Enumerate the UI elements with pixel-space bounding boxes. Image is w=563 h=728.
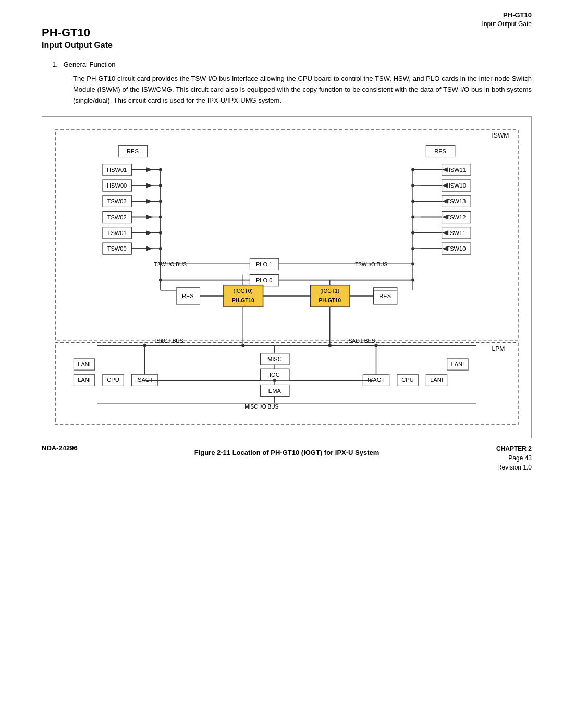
svg-point-69 bbox=[411, 216, 414, 219]
iswm-label: ISWM bbox=[492, 132, 509, 140]
isagt-bus-right-label: ISAGT BUS bbox=[347, 338, 375, 344]
svg-point-60 bbox=[159, 168, 162, 171]
iogt1-top: (IOGT1) bbox=[320, 288, 339, 294]
svg-point-61 bbox=[159, 184, 162, 187]
lani-bottom-left-label: LANI bbox=[78, 377, 91, 384]
cpu-right-label: CPU bbox=[401, 377, 413, 384]
svg-point-65 bbox=[159, 247, 162, 250]
hsw01-label: HSW01 bbox=[107, 167, 127, 173]
svg-point-101 bbox=[374, 344, 377, 347]
res-left-lower: RES bbox=[182, 293, 194, 299]
tsw11-label: TSW11 bbox=[446, 230, 466, 236]
tsw13-label: TSW13 bbox=[446, 199, 466, 205]
svg-point-63 bbox=[159, 216, 162, 219]
footer-doc-number: NDA-24296 bbox=[42, 444, 78, 472]
svg-point-88 bbox=[241, 344, 244, 347]
tsw02-label: TSW02 bbox=[107, 214, 127, 220]
isagt-right-label: ISAGT bbox=[368, 377, 385, 384]
svg-point-75 bbox=[411, 279, 414, 282]
svg-point-71 bbox=[411, 247, 414, 250]
svg-point-64 bbox=[159, 231, 162, 235]
hsw10-label: HSW10 bbox=[446, 182, 466, 189]
doc-title-sub: Input Output Gate bbox=[42, 41, 532, 50]
ema-label: EMA bbox=[268, 388, 282, 394]
section-number: 1. General Function bbox=[52, 60, 532, 68]
tsw12-label: TSW12 bbox=[446, 214, 466, 220]
svg-point-68 bbox=[411, 200, 414, 203]
lani-bottom-right-label: LANI bbox=[430, 377, 443, 384]
lani-top-right-label: LANI bbox=[451, 361, 464, 367]
tsw03-label: TSW03 bbox=[107, 199, 127, 205]
page-footer: NDA-24296 CHAPTER 2 Page 43 Revision 1.0 bbox=[0, 444, 563, 472]
svg-point-67 bbox=[411, 184, 414, 187]
res-left-label: RES bbox=[127, 149, 139, 155]
hsw11-label: HSW11 bbox=[446, 167, 466, 173]
footer-page-info: CHAPTER 2 Page 43 Revision 1.0 bbox=[496, 444, 532, 472]
header-subtitle: Input Output Gate bbox=[482, 20, 532, 29]
tsw-bus-right-label: TSW I/O BUS bbox=[355, 262, 387, 268]
diagram-container: ISWM LPM RES HSW01 HSW00 TSW03 T bbox=[42, 116, 532, 438]
footer-page: Page 43 bbox=[496, 453, 532, 463]
tsw-bus-left-label: TSW I/O BUS bbox=[154, 262, 187, 268]
iogt0-top: (IOGT0) bbox=[234, 288, 253, 294]
iogt0-bottom: PH-GT10 bbox=[232, 298, 254, 303]
svg-point-73 bbox=[159, 279, 162, 282]
cpu-left-label: CPU bbox=[107, 377, 119, 384]
plo1-label: PLO 1 bbox=[256, 262, 272, 268]
isagt-left-label: ISAGT bbox=[136, 377, 153, 384]
res-right-label: RES bbox=[434, 149, 446, 155]
footer-revision: Revision 1.0 bbox=[496, 463, 532, 472]
svg-point-66 bbox=[411, 168, 414, 171]
plo0-label: PLO 0 bbox=[256, 277, 272, 283]
tsw10-label: TSW10 bbox=[446, 246, 466, 252]
page-header: PH-GT10 Input Output Gate bbox=[482, 10, 532, 29]
doc-title: PH-GT10 Input Output Gate bbox=[42, 26, 532, 50]
svg-point-95 bbox=[143, 344, 146, 347]
circuit-diagram: ISWM LPM RES HSW01 HSW00 TSW03 T bbox=[50, 125, 523, 429]
misc-label: MISC bbox=[267, 356, 282, 362]
lani-top-left-label: LANI bbox=[78, 361, 91, 367]
res-right-lower: RES bbox=[379, 293, 391, 299]
svg-point-104 bbox=[273, 379, 276, 382]
hsw00-label: HSW00 bbox=[107, 182, 127, 189]
ioc-label: IOC bbox=[270, 372, 280, 378]
misc-bus-label: MISC I/O BUS bbox=[244, 404, 278, 410]
tsw00-label: TSW00 bbox=[107, 246, 127, 252]
svg-point-70 bbox=[411, 231, 414, 235]
iogt1-bottom: PH-GT10 bbox=[319, 298, 341, 303]
footer-chapter: CHAPTER 2 bbox=[496, 444, 532, 453]
isagt-bus-left-label: ISAGT BUS bbox=[155, 338, 183, 344]
svg-point-74 bbox=[411, 263, 414, 266]
doc-title-main: PH-GT10 bbox=[42, 26, 532, 40]
svg-point-62 bbox=[159, 200, 162, 203]
svg-point-72 bbox=[159, 263, 162, 266]
svg-point-89 bbox=[328, 344, 332, 347]
tsw01-label: TSW01 bbox=[107, 230, 127, 236]
header-title: PH-GT10 bbox=[482, 10, 532, 20]
body-text: The PH-GT10 circuit card provides the TS… bbox=[73, 73, 532, 106]
lpm-label: LPM bbox=[492, 345, 505, 352]
